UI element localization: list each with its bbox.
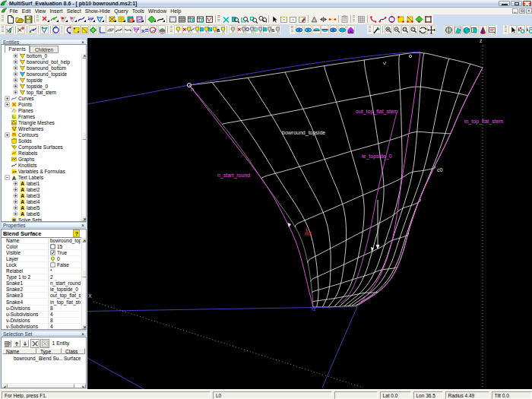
show-curves-icon[interactable]: [192, 25, 200, 34]
tree-item-solve-sets[interactable]: Solve Sets: [5, 217, 42, 221]
show-all-icon[interactable]: [174, 25, 182, 34]
variable-tool-icon[interactable]: [90, 25, 98, 34]
solid-render-icon[interactable]: [462, 25, 470, 34]
insert-solid-icon[interactable]: [107, 14, 116, 24]
property-row-u-subdivisions[interactable]: u-Subdivisions4: [2, 312, 81, 318]
close-button[interactable]: [523, 1, 531, 6]
arc-tool-icon[interactable]: [64, 25, 72, 34]
property-value[interactable]: False: [49, 262, 81, 268]
tree-item-label1[interactable]: Alabel1: [13, 180, 40, 186]
layers-tool-icon[interactable]: [158, 25, 166, 34]
open-file-icon[interactable]: [14, 14, 24, 24]
vertical-scrollbar[interactable]: [81, 237, 87, 329]
frame-tool-icon[interactable]: [98, 25, 106, 34]
column-header-name[interactable]: Name: [2, 348, 36, 355]
offsets-icon[interactable]: [328, 14, 337, 24]
tree-item-graphs[interactable]: Graphs: [5, 156, 34, 162]
menu-select[interactable]: Select: [65, 8, 83, 14]
zoom-entity-icon[interactable]: [230, 14, 239, 24]
tree-item-text-labels[interactable]: AText Labels: [5, 174, 43, 180]
insert-magnet-icon[interactable]: [59, 14, 68, 24]
scroll-thumb[interactable]: [82, 132, 87, 140]
hide-curves-icon[interactable]: [245, 25, 254, 34]
insert-point-icon[interactable]: [40, 14, 49, 24]
show-points-icon[interactable]: [182, 25, 191, 34]
insert-composite-icon[interactable]: [125, 14, 135, 24]
grid-icon[interactable]: [356, 14, 366, 24]
formula-tool-icon[interactable]: x: [141, 25, 149, 34]
toolbar-grip[interactable]: [170, 26, 173, 33]
pick-point-icon[interactable]: [517, 25, 525, 34]
hide-all-icon[interactable]: [229, 25, 237, 34]
property-value[interactable]: 2: [49, 274, 81, 280]
insert-surface-icon[interactable]: [95, 14, 104, 24]
property-row-lock[interactable]: LockFalse: [2, 262, 81, 268]
toolbar-grip[interactable]: [2, 15, 4, 23]
tab-parents[interactable]: Parents: [5, 45, 30, 53]
tree-item-composite-surfaces[interactable]: Composite Surfaces: [5, 144, 63, 150]
tree-item-wireframes[interactable]: Wireframes: [5, 126, 43, 132]
select-add-icon[interactable]: [288, 14, 297, 24]
scroll-thumb[interactable]: [8, 384, 74, 388]
insert-bead-icon[interactable]: [49, 14, 59, 24]
scroll-right-icon[interactable]: [81, 384, 86, 388]
scroll-down-icon[interactable]: [82, 216, 87, 221]
property-row-visible[interactable]: VisibleTrue: [2, 250, 81, 256]
horizontal-scrollbar[interactable]: [2, 383, 86, 388]
property-row-name[interactable]: Namebowround_topside: [2, 238, 81, 244]
show-labels-icon[interactable]: a: [217, 25, 226, 34]
snake-tool-icon[interactable]: [40, 25, 49, 34]
property-row-snake4[interactable]: Snake4in_top_flat_stem: [2, 299, 81, 306]
tree-item-contours[interactable]: Contours: [5, 132, 38, 138]
help-icon[interactable]: ?: [73, 230, 80, 237]
menu-query[interactable]: Query: [112, 8, 131, 14]
scroll-thumb[interactable]: [82, 270, 87, 277]
property-value[interactable]: 4: [49, 324, 81, 330]
clear-all-button[interactable]: [40, 339, 49, 348]
point-tool-icon[interactable]: [17, 25, 26, 34]
rotate-view-icon[interactable]: [419, 25, 427, 34]
box-tool-icon[interactable]: [81, 25, 89, 34]
select-set-icon[interactable]: [279, 14, 288, 24]
toolbar-grip[interactable]: [505, 26, 507, 33]
insert-snake-icon[interactable]: [86, 14, 95, 24]
tree-item-topside-0[interactable]: topside_0: [13, 84, 48, 90]
scroll-up-icon[interactable]: [82, 237, 87, 242]
property-value[interactable]: bowround_topside: [49, 238, 81, 244]
property-row-layer[interactable]: Layer0: [2, 256, 81, 262]
menu-show-hide[interactable]: Show-Hide: [83, 8, 112, 14]
tree-item-frames[interactable]: Frames: [5, 114, 35, 120]
minimize-button[interactable]: [499, 1, 510, 6]
show-surfaces-icon[interactable]: [200, 25, 208, 34]
shaded-icon[interactable]: [454, 25, 462, 34]
table-view-icon[interactable]: [177, 14, 186, 24]
remove-button[interactable]: [30, 339, 40, 348]
toolbar-grip[interactable]: [291, 26, 293, 33]
property-value[interactable]: 0: [49, 256, 81, 262]
edit-surface-icon[interactable]: [396, 14, 405, 24]
hide-labels-icon[interactable]: a: [271, 25, 280, 34]
scroll-up-icon[interactable]: [82, 53, 87, 59]
property-row-type-1-to-2[interactable]: Type 1 to 22: [2, 274, 81, 280]
selection-row-class[interactable]: Surface: [64, 356, 81, 361]
delete-entity-icon[interactable]: [221, 14, 230, 24]
tree-item-bottom-0[interactable]: bottom_0: [13, 53, 47, 59]
property-row-color[interactable]: Color15: [2, 244, 81, 250]
insert-variable-icon[interactable]: [147, 14, 156, 24]
edit-circle-icon[interactable]: [387, 14, 396, 24]
zoom-corner-icon[interactable]: [239, 14, 249, 24]
tree-item-knotlists[interactable]: Knotlists: [5, 162, 37, 168]
tree-item-planes[interactable]: Planes: [5, 108, 33, 114]
new-window-icon[interactable]: [168, 14, 177, 24]
menu-file[interactable]: File: [8, 8, 20, 14]
insert-trimesh-icon[interactable]: [116, 14, 125, 24]
view-front-icon[interactable]: [296, 25, 304, 34]
tree-item-triangle-meshes[interactable]: Triangle Meshes: [5, 120, 55, 126]
snake-edit-icon[interactable]: [132, 25, 141, 34]
tree-item-topside[interactable]: topside: [13, 78, 43, 84]
show-solids-icon[interactable]: [208, 25, 217, 34]
new-file-icon[interactable]: [5, 14, 14, 24]
selection-row-type[interactable]: Blend Su...: [39, 356, 63, 361]
hide-surfaces-icon[interactable]: [255, 25, 263, 34]
selection-row-name[interactable]: bowround_...: [14, 356, 43, 361]
